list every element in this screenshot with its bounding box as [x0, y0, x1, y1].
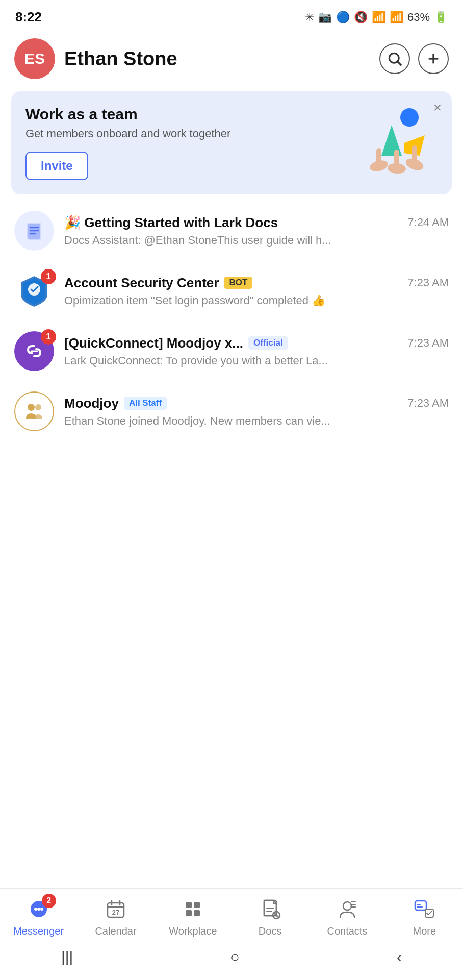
- security-badge: 1: [41, 269, 56, 284]
- moodjoy-top: Moodjoy All Staff 7:23 AM: [64, 396, 449, 411]
- lark-docs-body: 🎉 Getting Started with Lark Docs 7:24 AM…: [64, 215, 449, 247]
- status-icons: ✳ 📷 🔵 🔇 📶 📶 63% 🔋: [305, 11, 448, 24]
- quickconnect-body: [QuickConnect] Moodjoy x... Official 7:2…: [64, 335, 449, 368]
- nav-item-more[interactable]: More: [386, 896, 463, 937]
- lark-docs-name: 🎉 Getting Started with Lark Docs: [64, 215, 278, 231]
- quickconnect-time: 7:23 AM: [407, 336, 449, 350]
- team-banner: Work as a team Get members onboard and w…: [11, 91, 452, 194]
- contacts-label: Contacts: [327, 925, 368, 937]
- back-nav-lines[interactable]: |||: [61, 948, 73, 966]
- moodjoy-time: 7:23 AM: [407, 397, 449, 410]
- messenger-icon-wrap: 2: [23, 896, 54, 922]
- battery-icon: 🔋: [434, 11, 448, 24]
- svg-point-24: [37, 908, 40, 911]
- conversation-item-lark-docs[interactable]: 🎉 Getting Started with Lark Docs 7:24 AM…: [0, 201, 463, 261]
- recent-nav-chevron[interactable]: ‹: [397, 948, 402, 966]
- quickconnect-icon: [23, 340, 45, 362]
- workplace-label: Workplace: [169, 925, 217, 937]
- more-label: More: [413, 925, 436, 937]
- svg-rect-34: [194, 910, 200, 916]
- svg-point-20: [28, 404, 35, 411]
- svg-rect-31: [186, 902, 192, 908]
- docs-nav-icon-wrap: [255, 896, 286, 922]
- bluetooth-icon: 🔵: [336, 11, 350, 24]
- teamwork-illustration: [348, 107, 435, 179]
- lark-docs-avatar: [14, 211, 54, 251]
- quickconnect-avatar: 1: [14, 331, 54, 371]
- banner-illustration: [346, 107, 438, 179]
- security-body: Account Security Center BOT 7:23 AM Opim…: [64, 275, 449, 307]
- security-name: Account Security Center BOT: [64, 275, 252, 291]
- security-top: Account Security Center BOT 7:23 AM: [64, 275, 449, 291]
- status-time: 8:22: [15, 9, 42, 25]
- messenger-badge: 2: [42, 894, 56, 908]
- nav-item-workplace[interactable]: Workplace: [155, 896, 232, 937]
- quickconnect-name: [QuickConnect] Moodjoy x... Official: [64, 335, 288, 351]
- banner-close-button[interactable]: ×: [433, 101, 442, 115]
- lark-docs-preview: Docs Assistant: @Ethan StoneThis user gu…: [64, 234, 350, 247]
- nav-item-contacts[interactable]: Contacts: [308, 896, 385, 937]
- contacts-icon: [336, 898, 358, 920]
- banner-content: Work as a team Get members onboard and w…: [25, 106, 346, 180]
- more-icon-wrap: [409, 896, 440, 922]
- klotski-icon: ✳: [305, 11, 314, 24]
- calendar-label: Calendar: [95, 925, 136, 937]
- signal-icon: 📶: [390, 11, 403, 24]
- avatar[interactable]: ES: [14, 38, 55, 79]
- status-bar: 8:22 ✳ 📷 🔵 🔇 📶 📶 63% 🔋: [0, 0, 463, 30]
- conversation-list: 🎉 Getting Started with Lark Docs 7:24 AM…: [0, 201, 463, 888]
- svg-rect-33: [186, 910, 192, 916]
- docs-label: Docs: [259, 925, 282, 937]
- user-name: Ethan Stone: [64, 48, 177, 70]
- home-nav-circle[interactable]: ○: [230, 948, 240, 966]
- moodjoy-avatar: [14, 391, 54, 431]
- allstaff-tag: All Staff: [124, 397, 167, 410]
- conversation-item-quickconnect[interactable]: 1 [QuickConnect] Moodjoy x... Official 7…: [0, 321, 463, 381]
- search-icon: [387, 51, 403, 67]
- contacts-icon-wrap: [332, 896, 363, 922]
- svg-point-39: [343, 902, 351, 910]
- bottom-nav: 2 Messenger 27 Calendar Wo: [0, 888, 463, 939]
- quickconnect-badge: 1: [41, 329, 56, 345]
- invite-button[interactable]: Invite: [25, 152, 88, 180]
- wifi-icon: 📶: [372, 11, 385, 24]
- banner-title: Work as a team: [25, 106, 346, 123]
- svg-point-21: [35, 404, 41, 410]
- system-nav-bar: ||| ○ ‹: [0, 939, 463, 980]
- svg-rect-32: [194, 902, 200, 908]
- banner-subtitle: Get members onboard and work together: [25, 127, 346, 140]
- header-icons: [379, 43, 449, 74]
- svg-point-23: [34, 908, 37, 911]
- nav-item-docs[interactable]: Docs: [232, 896, 308, 937]
- more-icon: [413, 898, 435, 920]
- moodjoy-name: Moodjoy All Staff: [64, 396, 167, 411]
- workplace-icon-wrap: [177, 896, 208, 922]
- mute-icon: 🔇: [354, 11, 368, 24]
- add-button[interactable]: [418, 43, 449, 74]
- docs-nav-icon: [259, 898, 281, 920]
- search-button[interactable]: [379, 43, 410, 74]
- svg-point-4: [400, 108, 419, 127]
- camera-icon: 📷: [318, 11, 332, 24]
- bot-tag: BOT: [224, 277, 252, 289]
- plus-icon: [425, 51, 442, 67]
- battery-label: 63%: [407, 11, 430, 24]
- svg-rect-43: [415, 901, 426, 910]
- conversation-item-security[interactable]: 1 Account Security Center BOT 7:23 AM Op…: [0, 261, 463, 321]
- conversation-item-moodjoy[interactable]: Moodjoy All Staff 7:23 AM Ethan Stone jo…: [0, 381, 463, 442]
- header: ES Ethan Stone: [0, 30, 463, 87]
- svg-text:27: 27: [112, 909, 119, 916]
- security-time: 7:23 AM: [407, 276, 449, 289]
- official-tag: Official: [248, 336, 288, 350]
- header-left: ES Ethan Stone: [14, 38, 177, 79]
- quickconnect-preview: Lark QuickConnect: To provide you with a…: [64, 354, 350, 368]
- svg-line-1: [398, 62, 401, 65]
- workplace-icon: [182, 898, 204, 920]
- nav-item-messenger[interactable]: 2 Messenger: [0, 896, 77, 937]
- messenger-label: Messenger: [13, 925, 64, 937]
- docs-icon: [23, 219, 45, 242]
- calendar-icon-wrap: 27: [100, 896, 131, 922]
- svg-point-0: [389, 53, 399, 63]
- nav-item-calendar[interactable]: 27 Calendar: [77, 896, 154, 937]
- moodjoy-body: Moodjoy All Staff 7:23 AM Ethan Stone jo…: [64, 396, 449, 428]
